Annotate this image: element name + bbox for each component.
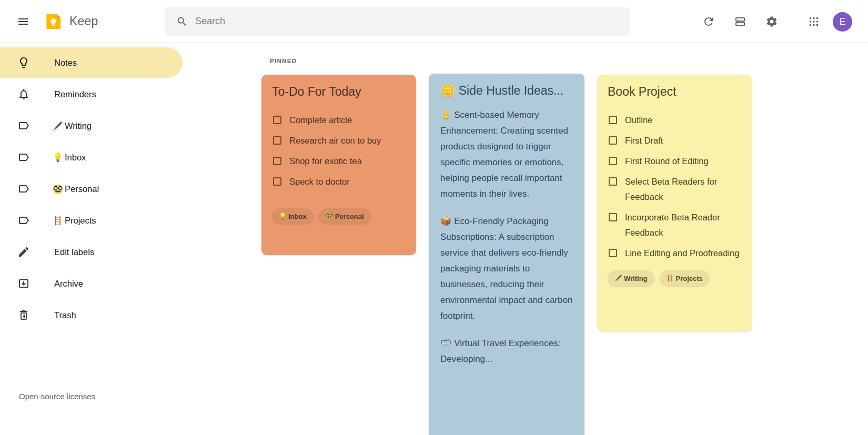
sidebar-item-label: 🖋️Writing [53, 121, 92, 131]
bell-icon [17, 88, 30, 100]
checklist-item: Complete article [272, 113, 406, 128]
note-paragraph[interactable]: 📦Eco-Friendly Packaging Subscriptions: A… [440, 214, 573, 324]
checklist-item: First Round of Editing [608, 154, 741, 169]
label-chip-projects[interactable]: 🪜Projects [660, 270, 710, 286]
notes-area: PINNED To-Do For Today Complete article … [183, 43, 868, 435]
label-tag-icon [17, 151, 30, 164]
label-chips: 💡Inbox 🥸Personal [272, 208, 406, 224]
checklist-item: First Draft [608, 133, 741, 148]
label-chip-writing[interactable]: 🖋️Writing [608, 270, 654, 286]
checklist-item: Outline [608, 113, 741, 128]
archive-icon [17, 277, 30, 290]
sidebar-item-label: Reminders [53, 89, 96, 99]
sidebar-item-edit-labels[interactable]: Edit labels [0, 237, 183, 267]
pinned-section-label: PINNED [270, 58, 297, 64]
label-chip-personal[interactable]: 🥸Personal [319, 208, 371, 224]
checklist-item: Speck to doctor [272, 174, 406, 189]
checklist-item: Select Beta Readers for Feedback [608, 174, 741, 205]
app-title: Keep [69, 14, 98, 28]
main-menu-button[interactable] [11, 9, 36, 34]
sidebar-nav: Notes Reminders 🖋️Writing 💡Inbox 🥸Person… [0, 43, 183, 435]
sidebar-item-label: Notes [53, 58, 77, 68]
refresh-icon [702, 15, 715, 28]
account-avatar[interactable]: E [833, 12, 852, 32]
label-tag-icon [17, 119, 30, 132]
top-app-bar: Keep [0, 0, 868, 43]
sidebar-item-writing[interactable]: 🖋️Writing [0, 110, 183, 141]
sidebar-item-trash[interactable]: Trash [0, 300, 183, 330]
checklist-item: Research air con to buy [272, 133, 406, 148]
note-title[interactable]: Book Project [608, 83, 741, 100]
note-title[interactable]: 🪙Side Hustle Ideas... [440, 82, 573, 99]
sidebar-item-projects[interactable]: 🪜Projects [0, 205, 183, 236]
checkbox-icon[interactable] [609, 213, 617, 221]
sidebar-item-label: Edit labels [53, 247, 94, 257]
search-bar[interactable] [165, 7, 630, 36]
checkbox-icon[interactable] [609, 157, 617, 165]
checkbox-icon[interactable] [273, 157, 281, 165]
sidebar-item-label: 🥸Personal [53, 184, 99, 194]
note-card-book-project[interactable]: Book Project Outline First Draft First R… [597, 75, 752, 331]
hamburger-menu-icon [17, 15, 29, 28]
keep-logo-lockup: Keep [43, 12, 98, 32]
search-input[interactable] [195, 16, 630, 27]
checkbox-icon[interactable] [273, 136, 281, 145]
checkbox-icon[interactable] [609, 177, 617, 186]
checkbox-icon[interactable] [609, 136, 617, 145]
sidebar-item-label: Archive [53, 279, 83, 289]
sidebar-item-label: 🪜Projects [53, 216, 96, 226]
header-actions: E [696, 0, 859, 43]
note-paragraph[interactable]: 👃Scent-based Memory Enhancement: Creatin… [440, 107, 573, 202]
checkbox-icon[interactable] [609, 249, 617, 257]
note-paragraph[interactable]: 🥽Virtual Travel Experiences: Developing.… [440, 336, 573, 367]
sidebar-item-personal[interactable]: 🥸Personal [0, 174, 183, 204]
label-tag-icon [17, 214, 30, 227]
search-icon [176, 16, 188, 27]
google-apps-button[interactable] [801, 9, 826, 34]
sidebar-item-label: 💡Inbox [53, 153, 86, 163]
note-title[interactable]: To-Do For Today [272, 83, 406, 100]
lightbulb-icon [17, 56, 30, 69]
refresh-button[interactable] [696, 9, 721, 34]
checkbox-icon[interactable] [273, 116, 281, 124]
sidebar-item-inbox[interactable]: 💡Inbox [0, 142, 183, 173]
sidebar-item-reminders[interactable]: Reminders [0, 79, 183, 109]
label-tag-icon [17, 183, 30, 195]
checkbox-icon[interactable] [609, 116, 617, 124]
note-card-side-hustle-ideas[interactable]: 🪙Side Hustle Ideas... 👃Scent-based Memor… [429, 74, 584, 435]
view-toggle-button[interactable] [728, 9, 753, 34]
checklist-item: Line Editing and Proofreading [608, 246, 741, 261]
checklist-item: Incorporate Beta Reader Feedback [608, 210, 741, 240]
list-view-icon [734, 15, 746, 28]
apps-grid-icon [808, 16, 820, 27]
checkbox-icon[interactable] [273, 177, 281, 186]
sidebar-item-notes[interactable]: Notes [0, 47, 183, 78]
settings-button[interactable] [759, 9, 784, 34]
open-source-licenses-link[interactable]: Open-source licenses [19, 392, 95, 401]
sidebar-item-label: Trash [53, 310, 76, 320]
label-chip-inbox[interactable]: 💡Inbox [272, 208, 314, 224]
note-card-todo-for-today[interactable]: To-Do For Today Complete article Researc… [261, 75, 416, 255]
checklist-item: Shop for exotic tea [272, 154, 406, 169]
gear-icon [765, 15, 778, 28]
keep-logo-icon [43, 12, 63, 32]
trash-icon [17, 309, 30, 321]
label-chips: 🖋️Writing 🪜Projects [608, 270, 741, 286]
pencil-icon [17, 246, 30, 258]
sidebar-item-archive[interactable]: Archive [0, 268, 183, 299]
